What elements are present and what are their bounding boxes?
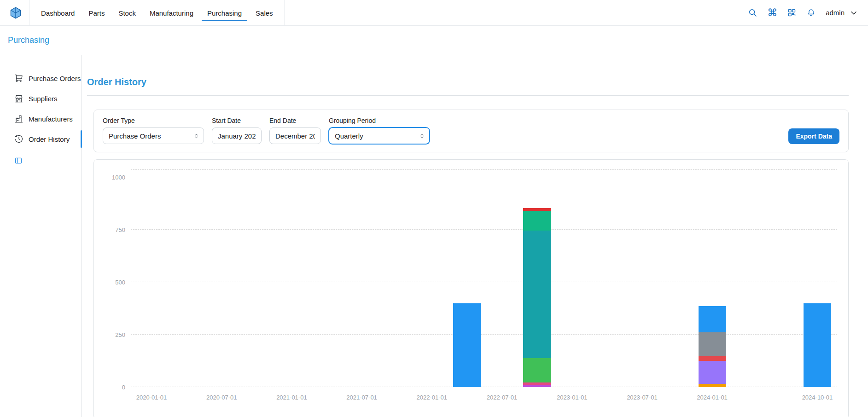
shopping-cart-icon xyxy=(14,74,23,83)
tab-manufacturing[interactable]: Manufacturing xyxy=(144,5,199,21)
actions-button[interactable]: ⌘ xyxy=(767,8,777,18)
chart-bar-segment xyxy=(804,303,831,387)
chart-bar-segment xyxy=(699,356,726,360)
x-axis-label: 2020-01-01 xyxy=(136,394,167,401)
sidebar-item-suppliers[interactable]: Suppliers xyxy=(0,88,82,109)
sidebar-item-order-history[interactable]: Order History xyxy=(0,129,82,149)
sidebar-item-label: Suppliers xyxy=(29,95,58,103)
qr-scan-icon xyxy=(787,8,797,17)
sidebar-item-purchase-orders[interactable]: Purchase Orders xyxy=(0,68,82,88)
y-axis-label: 750 xyxy=(115,226,125,233)
sidebar-item-label: Purchase Orders xyxy=(29,75,81,82)
tab-purchasing[interactable]: Purchasing xyxy=(202,5,247,21)
x-axis-label: 2022-01-01 xyxy=(417,394,448,401)
chart-gridline xyxy=(131,229,837,230)
order-history-panel: Order History Order Type Purchase Orders… xyxy=(82,55,868,417)
tab-sales[interactable]: Sales xyxy=(250,5,279,21)
chart-gridline xyxy=(131,282,837,282)
chart-bar-segment xyxy=(453,303,481,387)
y-axis-label: 1000 xyxy=(112,174,125,181)
x-axis-label: 2022-07-01 xyxy=(487,394,518,401)
username: admin xyxy=(826,9,845,17)
chart-gridline xyxy=(131,387,837,387)
select-chevrons-icon xyxy=(419,133,425,139)
chart-bar-segment xyxy=(699,332,726,356)
sidebar-item-manufacturers[interactable]: Manufacturers xyxy=(0,109,82,129)
user-menu[interactable]: admin xyxy=(826,8,859,18)
sidebar-item-label: Manufacturers xyxy=(29,115,73,123)
start-date-input[interactable] xyxy=(212,127,262,144)
chart-bar xyxy=(523,208,551,387)
title-divider xyxy=(87,95,849,96)
grouping-period-field: Grouping Period Quarterly xyxy=(329,117,430,144)
order-type-field: Order Type Purchase Orders xyxy=(103,117,204,144)
x-axis-label: 2023-07-01 xyxy=(627,394,658,401)
x-axis-label: 2024-10-01 xyxy=(802,394,833,401)
notifications-button[interactable] xyxy=(806,8,816,17)
grouping-period-select[interactable]: Quarterly xyxy=(329,127,430,144)
chart-bar-segment xyxy=(699,361,726,384)
chart-bar-segment xyxy=(523,231,551,358)
chart-bar-segment xyxy=(523,211,551,231)
order-type-select[interactable]: Purchase Orders xyxy=(103,127,204,144)
breadcrumb[interactable]: Purchasing xyxy=(8,35,49,45)
tab-parts[interactable]: Parts xyxy=(83,5,110,21)
y-axis-label: 250 xyxy=(115,331,125,338)
end-date-field: End Date xyxy=(269,117,321,144)
grouping-period-label: Grouping Period xyxy=(329,117,430,124)
chart-plot: 025050075010002020-01-012020-07-012021-0… xyxy=(131,169,837,387)
chart-bar xyxy=(804,303,831,387)
main-nav: Dashboard Parts Stock Manufacturing Purc… xyxy=(29,0,285,25)
start-date-label: Start Date xyxy=(212,117,262,124)
navbar-actions: ⌘ admin xyxy=(748,0,859,25)
logo-cube-icon xyxy=(9,6,22,19)
select-chevrons-icon xyxy=(193,133,200,139)
x-axis-label: 2021-07-01 xyxy=(346,394,377,401)
top-navbar: Dashboard Parts Stock Manufacturing Purc… xyxy=(0,0,868,26)
x-axis-label: 2021-01-01 xyxy=(276,394,307,401)
order-type-value: Purchase Orders xyxy=(109,132,161,140)
export-data-button[interactable]: Export Data xyxy=(788,128,839,144)
chart-bar-segment xyxy=(523,385,551,387)
page-title: Order History xyxy=(87,77,849,87)
start-date-field: Start Date xyxy=(212,117,262,144)
building-store-icon xyxy=(14,94,23,103)
chevron-down-icon xyxy=(849,8,859,18)
chart-gridline xyxy=(131,334,837,335)
chart-gridline xyxy=(131,177,837,177)
sidebar-item-label: Order History xyxy=(29,135,70,143)
building-factory-icon xyxy=(14,114,23,123)
content-area: Purchase Orders Suppliers Manufacturers … xyxy=(0,55,868,417)
chart-bar xyxy=(699,306,726,387)
chart-bar xyxy=(453,303,481,387)
history-clock-icon xyxy=(14,134,23,144)
search-icon xyxy=(748,8,757,17)
scan-button[interactable] xyxy=(787,8,797,17)
bell-icon xyxy=(806,8,816,17)
y-axis-label: 500 xyxy=(115,279,125,286)
x-axis-label: 2023-01-01 xyxy=(557,394,588,401)
sidebar-collapse-button[interactable] xyxy=(14,156,23,165)
tab-stock[interactable]: Stock xyxy=(113,5,141,21)
breadcrumb-bar: Purchasing xyxy=(0,26,868,55)
chart-bar-segment xyxy=(523,358,551,382)
sidebar-collapse-icon xyxy=(14,156,23,165)
order-type-label: Order Type xyxy=(103,117,204,124)
tab-dashboard[interactable]: Dashboard xyxy=(35,5,80,21)
command-icon: ⌘ xyxy=(767,8,777,18)
chart-bar-segment xyxy=(699,384,726,387)
search-button[interactable] xyxy=(748,8,757,17)
end-date-label: End Date xyxy=(269,117,321,124)
x-axis-label: 2024-01-01 xyxy=(697,394,728,401)
filter-card: Order Type Purchase Orders Start Date En… xyxy=(93,110,849,152)
y-axis-label: 0 xyxy=(122,384,125,391)
purchasing-sidebar: Purchase Orders Suppliers Manufacturers … xyxy=(0,55,82,417)
chart-bar-segment xyxy=(699,306,726,332)
chart-bar-segment xyxy=(523,208,551,211)
grouping-period-value: Quarterly xyxy=(335,132,363,140)
app-logo[interactable] xyxy=(9,0,22,25)
chart-card: 025050075010002020-01-012020-07-012021-0… xyxy=(93,159,849,417)
x-axis-label: 2020-07-01 xyxy=(206,394,237,401)
end-date-input[interactable] xyxy=(269,127,321,144)
